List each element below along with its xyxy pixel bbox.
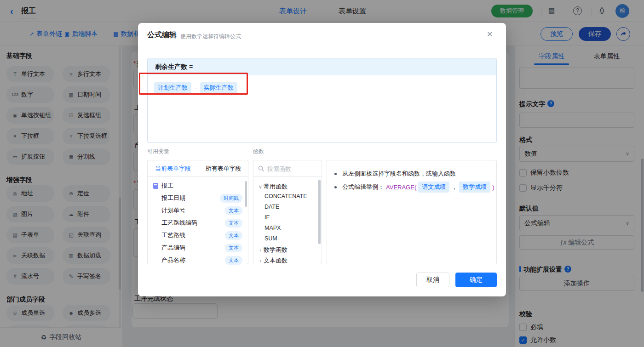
tab-current-form-fields[interactable]: 当前表单字段 [148,160,198,177]
minus-operator: - [195,84,197,91]
variables-label: 可用变量 [147,148,169,155]
function-item[interactable]: IF [253,214,322,221]
example-chip: 数学成绩 [459,182,490,193]
type-badge: 文本 [225,219,242,228]
type-badge: 时间戳 [220,194,242,203]
functions-panel: ∨常用函数 CONCATENATE DATE IF MAPX SUM ›数学函数… [253,160,322,264]
variable-row[interactable]: 报工日期时间戳 [148,192,248,204]
formula-editor-modal: 公式编辑 使用数学运算符编辑公式 ✕ 剩余生产数 = 计划生产数 - 实际生产数… [138,23,506,296]
close-icon[interactable]: ✕ [487,30,493,39]
example-chip: 语文成绩 [418,182,449,193]
form-icon [153,183,158,189]
variables-panel: 当前表单字段 所有表单字段 报工 报工日期时间戳 计划单号文本 工艺路线编码文本… [147,160,248,264]
function-group-text[interactable]: ›文本函数 [253,256,322,265]
field-chip[interactable]: 实际生产数 [200,82,237,93]
cancel-button[interactable]: 取消 [416,273,449,287]
scrollbar-thumb[interactable] [318,180,321,244]
formula-help-panel: 从左侧面板选择字段名和函数，或输入函数 公式编辑举例：AVERAGE( 语文成绩… [327,160,497,264]
type-badge: 文本 [225,244,242,252]
tab-all-form-fields[interactable]: 所有表单字段 [198,160,248,177]
function-item[interactable]: SUM [253,235,322,242]
formula-result-row: 剩余生产数 = [148,58,496,75]
function-item[interactable]: CONCATENATE [253,193,322,199]
formula-editor[interactable]: 剩余生产数 = 计划生产数 - 实际生产数 [147,58,497,143]
type-badge: 文本 [225,231,242,240]
function-group-common[interactable]: ∨常用函数 [253,182,322,191]
caret-right-icon: › [257,247,264,253]
comma: ， [451,183,457,191]
function-item[interactable]: MAPX [253,225,322,231]
variable-row[interactable]: 计划单号文本 [148,205,248,216]
field-chip[interactable]: 计划生产数 [154,82,191,93]
function-close-paren: ) [492,184,494,191]
variable-row[interactable]: 产品编码文本 [148,242,248,254]
help-line: 从左侧面板选择字段名和函数，或输入函数 [334,170,456,178]
variable-row[interactable]: 产品名称文本 [148,254,248,266]
form-node[interactable]: 报工 [148,180,248,192]
type-badge: 文本 [225,256,242,265]
caret-down-icon: ∨ [257,184,264,190]
caret-right-icon: › [257,258,264,263]
function-item[interactable]: DATE [253,204,322,210]
variable-row[interactable]: 工艺路线文本 [148,229,248,241]
modal-subtitle: 使用数学运算符编辑公式 [180,33,241,40]
function-search [253,160,322,177]
search-input[interactable] [267,164,316,174]
formula-expression: 计划生产数 - 实际生产数 [154,82,237,93]
function-name: AVERAGE( [386,184,416,191]
scrollbar-thumb[interactable] [245,181,247,207]
variable-row[interactable]: 工艺路线编码文本 [148,217,248,229]
functions-label: 函数 [253,148,264,155]
help-example-line: 公式编辑举例：AVERAGE( 语文成绩 ， 数学成绩 ) [334,182,494,193]
modal-title: 公式编辑 [147,30,177,40]
confirm-button[interactable]: 确定 [455,273,497,287]
function-group-math[interactable]: ›数学函数 [253,246,322,254]
search-icon [258,165,264,172]
type-badge: 文本 [225,206,242,215]
